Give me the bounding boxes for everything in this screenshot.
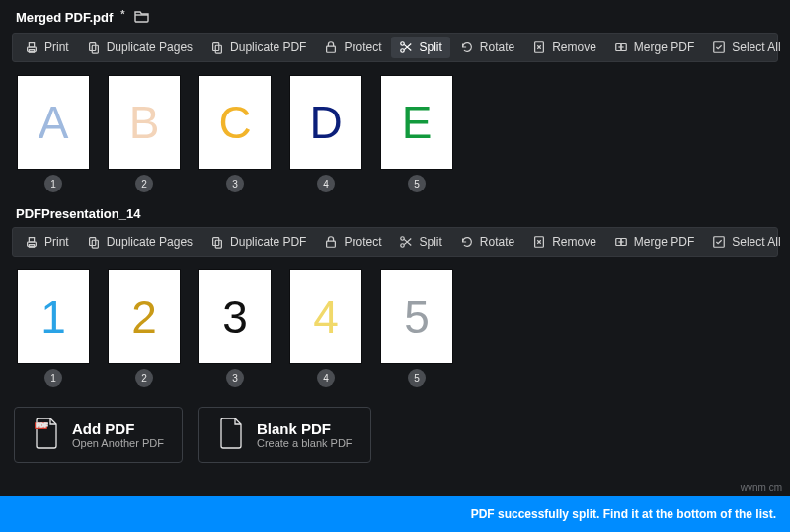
toolbar-label: Rotate <box>480 40 514 54</box>
toolbar-label: Duplicate Pages <box>107 40 193 54</box>
toolbar-label: Duplicate Pages <box>107 235 193 249</box>
svg-point-8 <box>401 42 405 46</box>
toolbar-label: Rotate <box>480 235 514 249</box>
document-title: Merged PDF.pdf <box>16 10 113 25</box>
add-pdf-subtitle: Open Another PDF <box>72 437 164 449</box>
toolbar-dup-pages-button[interactable]: Duplicate Pages <box>79 37 200 58</box>
document-toolbar: PrintDuplicate PagesDuplicate PDFProtect… <box>12 33 778 62</box>
page-thumbnail: 3 <box>199 270 271 363</box>
page-item[interactable]: A1 <box>18 76 89 192</box>
document-title: PDFPresentation_14 <box>16 206 140 221</box>
blank-pdf-card[interactable]: Blank PDF Create a blank PDF <box>198 407 371 463</box>
document-header: PDFPresentation_14 <box>12 198 778 227</box>
svg-rect-13 <box>714 42 725 53</box>
page-thumbnail: B <box>109 76 180 169</box>
page-thumbnail: A <box>18 76 89 169</box>
toolbar-label: Remove <box>552 235 596 249</box>
page-item[interactable]: 44 <box>290 270 361 387</box>
page-number-badge: 1 <box>44 175 62 192</box>
toolbar-remove-button[interactable]: Remove <box>524 37 604 58</box>
blank-file-icon <box>217 418 245 452</box>
page-number-badge: 1 <box>44 369 62 387</box>
toolbar-merge-button[interactable]: Merge PDF <box>606 231 702 253</box>
check-icon <box>712 40 726 54</box>
page-number-badge: 5 <box>408 175 426 192</box>
toolbar-label: Print <box>44 235 69 249</box>
toolbar-label: Protect <box>344 40 381 54</box>
svg-text:PDF: PDF <box>37 422 48 428</box>
merge-icon <box>614 235 628 249</box>
page-item[interactable]: 55 <box>381 270 452 387</box>
toolbar-label: Remove <box>552 40 596 54</box>
document-section: Merged PDF.pdf*PrintDuplicate PagesDupli… <box>0 0 790 198</box>
page-thumbnail: 5 <box>381 270 452 363</box>
toolbar-label: Split <box>419 40 441 54</box>
page-number-badge: 2 <box>135 369 153 387</box>
page-item[interactable]: 22 <box>109 270 180 387</box>
page-item[interactable]: 33 <box>199 270 271 387</box>
toolbar-label: Protect <box>344 235 381 249</box>
toolbar-print-button[interactable]: Print <box>17 231 77 253</box>
lock-icon <box>324 235 338 249</box>
toolbar-dup-pages-button[interactable]: Duplicate Pages <box>79 231 200 253</box>
toolbar-remove-button[interactable]: Remove <box>524 231 604 253</box>
svg-point-23 <box>401 244 405 248</box>
toolbar-dup-pdf-button[interactable]: Duplicate PDF <box>202 231 314 253</box>
lock-icon <box>324 40 338 54</box>
printer-icon <box>25 40 39 54</box>
page-thumbnails: A1B2C3D4E5 <box>12 62 778 198</box>
toolbar-split-button[interactable]: Split <box>391 231 449 253</box>
page-item[interactable]: D4 <box>290 76 361 192</box>
toolbar-label: Select All <box>732 40 780 54</box>
add-pdf-title: Add PDF <box>72 420 164 437</box>
scissors-icon <box>399 235 413 249</box>
page-number-badge: 5 <box>408 369 426 387</box>
toolbar-rotate-button[interactable]: Rotate <box>452 231 522 253</box>
page-number-badge: 4 <box>317 175 335 192</box>
page-thumbnail: E <box>381 76 452 169</box>
unsaved-indicator: * <box>120 8 124 20</box>
rotate-icon <box>460 40 474 54</box>
status-message: PDF successfully split. Find it at the b… <box>471 507 776 521</box>
toolbar-label: Select All <box>732 235 780 249</box>
toolbar-protect-button[interactable]: Protect <box>316 231 389 253</box>
copy-icon <box>210 235 224 249</box>
pdf-file-icon: PDF <box>33 418 60 452</box>
toolbar-split-button[interactable]: Split <box>391 37 449 58</box>
blank-pdf-subtitle: Create a blank PDF <box>257 437 353 449</box>
copy-icon <box>210 40 224 54</box>
merge-icon <box>614 40 628 54</box>
toolbar-protect-button[interactable]: Protect <box>316 37 389 58</box>
document-toolbar: PrintDuplicate PagesDuplicate PDFProtect… <box>12 227 778 257</box>
status-bar: PDF successfully split. Find it at the b… <box>0 496 790 532</box>
add-pdf-card[interactable]: PDF Add PDF Open Another PDF <box>14 407 183 463</box>
document-section: PDFPresentation_14PrintDuplicate PagesDu… <box>0 198 790 393</box>
check-icon <box>712 235 726 249</box>
page-item[interactable]: E5 <box>381 76 452 192</box>
page-item[interactable]: C3 <box>199 76 271 192</box>
toolbar-select-all-button[interactable]: Select All <box>704 37 788 58</box>
toolbar-label: Print <box>44 40 69 54</box>
toolbar-print-button[interactable]: Print <box>17 37 77 58</box>
page-number-badge: 3 <box>226 369 244 387</box>
svg-point-9 <box>401 49 405 53</box>
toolbar-rotate-button[interactable]: Rotate <box>452 37 522 58</box>
page-thumbnails: 1122334455 <box>12 257 778 393</box>
toolbar-dup-pdf-button[interactable]: Duplicate PDF <box>202 37 314 58</box>
page-thumbnail: C <box>199 76 271 169</box>
page-number-badge: 4 <box>317 369 335 387</box>
page-thumbnail: 2 <box>109 270 180 363</box>
svg-rect-15 <box>29 238 34 242</box>
scissors-icon <box>399 40 413 54</box>
printer-icon <box>25 235 39 249</box>
document-header: Merged PDF.pdf* <box>12 0 778 33</box>
page-number-badge: 3 <box>226 175 244 192</box>
page-item[interactable]: B2 <box>109 76 180 192</box>
toolbar-merge-button[interactable]: Merge PDF <box>606 37 702 58</box>
svg-rect-21 <box>327 241 336 247</box>
toolbar-label: Duplicate PDF <box>230 235 306 249</box>
page-item[interactable]: 11 <box>18 270 89 387</box>
page-thumbnail: 4 <box>290 270 361 363</box>
toolbar-select-all-button[interactable]: Select All <box>704 231 788 253</box>
open-folder-icon[interactable] <box>133 8 149 27</box>
